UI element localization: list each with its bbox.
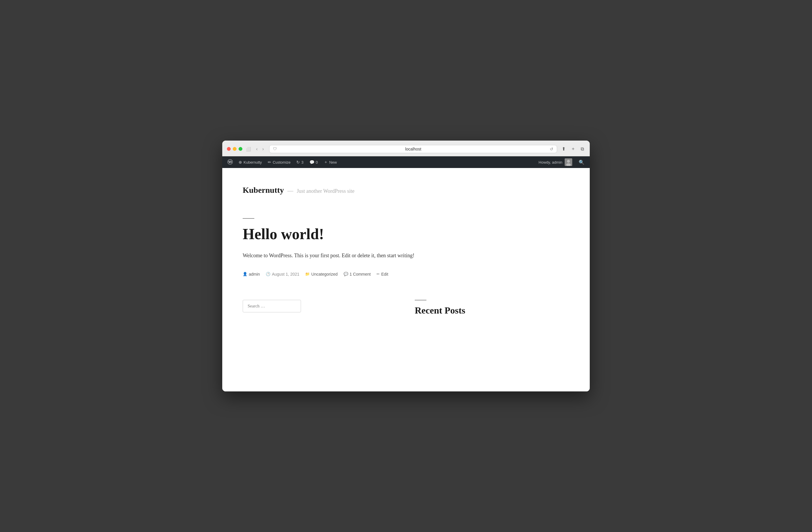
wp-logo-item[interactable] [224, 156, 236, 168]
site-icon: ⊕ [238, 160, 242, 164]
edit-link[interactable]: Edit [381, 272, 388, 276]
edit-meta: ✏ Edit [377, 272, 388, 276]
author-link[interactable]: admin [249, 272, 260, 276]
admin-bar-right: Howdy, admin 🔍 [536, 158, 588, 166]
posts-area: Hello world! Welcome to WordPress. This … [243, 206, 569, 288]
search-widget [243, 300, 397, 316]
site-name-label: Kubernutty [244, 160, 262, 164]
wp-admin-bar: ⊕ Kubernutty ✏ Customize ↻ 3 💬 0 ＋ New [222, 156, 590, 168]
comments-count: 0 [316, 160, 318, 164]
share-button[interactable]: ⬆ [561, 145, 567, 153]
clock-icon: 🕐 [266, 272, 270, 276]
post-content: Welcome to WordPress. This is your first… [243, 251, 569, 260]
tabs-button[interactable]: ⧉ [580, 145, 585, 153]
browser-window: ⬜ ‹ › 🛡 localhost ↺ ⬆ ＋ ⧉ [222, 141, 590, 391]
bottom-section: Recent Posts [243, 288, 569, 322]
title-separator: — [288, 188, 293, 194]
site-title: Kubernutty [243, 186, 284, 195]
shield-icon: 🛡 [273, 147, 277, 151]
date-meta: 🕐 August 1, 2021 [266, 272, 299, 276]
author-meta: 👤 admin [243, 272, 260, 276]
minimize-button[interactable] [233, 147, 236, 151]
recent-posts-separator [415, 300, 426, 300]
new-item[interactable]: ＋ New [321, 156, 340, 168]
comments-item[interactable]: 💬 0 [306, 156, 321, 168]
updates-icon: ↻ [296, 160, 300, 164]
browser-chrome: ⬜ ‹ › 🛡 localhost ↺ ⬆ ＋ ⧉ [222, 141, 590, 156]
updates-item[interactable]: ↻ 3 [293, 156, 306, 168]
maximize-button[interactable] [238, 147, 242, 151]
howdy-item[interactable]: Howdy, admin [536, 158, 575, 166]
browser-titlebar: ⬜ ‹ › 🛡 localhost ↺ ⬆ ＋ ⧉ [222, 141, 590, 156]
comments-icon: 💬 [309, 160, 315, 164]
post-date: August 1, 2021 [272, 272, 299, 276]
search-input[interactable] [243, 300, 301, 312]
reload-icon[interactable]: ↺ [550, 147, 553, 152]
address-bar[interactable]: 🛡 localhost ↺ [269, 145, 557, 153]
customize-icon: ✏ [268, 160, 271, 164]
author-icon: 👤 [243, 272, 247, 276]
folder-icon: 📁 [305, 272, 310, 276]
sidebar-toggle-icon[interactable]: ⬜ [246, 147, 251, 152]
new-tab-button[interactable]: ＋ [570, 145, 577, 153]
pencil-icon: ✏ [377, 272, 380, 276]
site-content[interactable]: Kubernutty — Just another WordPress site… [222, 168, 590, 391]
new-icon: ＋ [324, 160, 328, 165]
comments-meta: 💬 1 Comment [344, 272, 371, 276]
bubble-icon: 💬 [344, 272, 348, 276]
comments-link[interactable]: 1 Comment [350, 272, 371, 276]
site-title-wrap: Kubernutty — Just another WordPress site [243, 186, 569, 195]
customize-item[interactable]: ✏ Customize [265, 156, 293, 168]
wordpress-icon [228, 159, 233, 166]
customize-label: Customize [273, 160, 290, 164]
recent-posts-col: Recent Posts [415, 300, 569, 316]
site-name-item[interactable]: ⊕ Kubernutty [236, 156, 265, 168]
admin-search-icon[interactable]: 🔍 [576, 160, 588, 165]
avatar [565, 158, 572, 166]
back-button[interactable]: ‹ [254, 146, 259, 152]
traffic-lights [227, 147, 242, 151]
category-link[interactable]: Uncategorized [311, 272, 337, 276]
site-tagline: Just another WordPress site [297, 188, 355, 194]
site-header: Kubernutty — Just another WordPress site [243, 168, 569, 206]
svg-point-1 [567, 160, 570, 163]
forward-button[interactable]: › [260, 146, 265, 152]
post-title: Hello world! [243, 226, 569, 242]
site-inner: Kubernutty — Just another WordPress site… [231, 168, 581, 322]
admin-bar-left: ⊕ Kubernutty ✏ Customize ↻ 3 💬 0 ＋ New [224, 156, 536, 168]
recent-posts-heading: Recent Posts [415, 305, 569, 316]
post-meta: 👤 admin 🕐 August 1, 2021 📁 Uncategorized… [243, 272, 569, 276]
updates-count: 3 [301, 160, 303, 164]
url-text: localhost [279, 147, 548, 152]
browser-actions: ⬆ ＋ ⧉ [561, 145, 585, 153]
close-button[interactable] [227, 147, 231, 151]
howdy-text: Howdy, admin [539, 160, 562, 164]
post-separator [243, 218, 254, 219]
nav-buttons: ‹ › [254, 146, 266, 152]
new-label: New [329, 160, 337, 164]
category-meta: 📁 Uncategorized [305, 272, 337, 276]
